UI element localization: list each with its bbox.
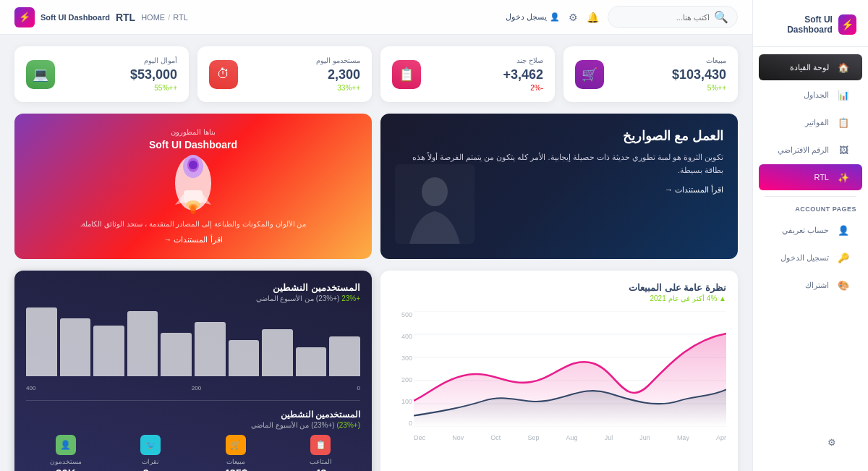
- sidebar-item-profile[interactable]: 👤 حساب تعريفي: [759, 217, 862, 243]
- bar-4: [195, 322, 226, 376]
- bottom-stat-value-1: 435$: [196, 467, 276, 471]
- bar-item-5: [161, 333, 192, 376]
- sidebar-item-dashboard[interactable]: 🏠 لوحة القيادة: [759, 54, 862, 80]
- bottom-stat-value-0: 43: [281, 467, 361, 471]
- x-axis-label: Sep: [527, 434, 539, 441]
- settings-item[interactable]: ⚙: [770, 429, 851, 455]
- sales-chart-title: نظرة عامة على المبيعات: [392, 282, 726, 293]
- bar-item-1: [296, 347, 327, 376]
- nav-label-signin: تسجيل الدخول: [780, 253, 829, 263]
- y-axis-label: 200: [392, 376, 412, 383]
- main-content: 🔍 🔔 ⚙ 👤 يسجل دخول RTL / HOME RTL Soft UI…: [0, 0, 752, 471]
- user-icon: 👤: [550, 12, 560, 22]
- bar-0: [329, 336, 360, 376]
- stat-change-2: ++33%: [316, 84, 360, 92]
- x-axis-label: Oct: [490, 434, 501, 441]
- sidebar-item-billing[interactable]: 📋 الفواتير: [759, 109, 862, 135]
- search-icon: 🔍: [714, 10, 728, 24]
- nav-label-virtual: الرقم الافتراضي: [778, 145, 829, 155]
- bar-9: [26, 307, 57, 376]
- nav-icon-billing: 📋: [836, 115, 851, 130]
- bar-7: [93, 326, 124, 376]
- x-axis-label: Apr: [716, 434, 726, 441]
- bottom-stat-value-2: 2m: [111, 467, 191, 471]
- bottom-stat-1: 🛒 مبيعات 435$: [196, 435, 276, 471]
- nav-icon-signin: 🔑: [836, 250, 851, 265]
- search-box[interactable]: 🔍: [608, 6, 738, 28]
- bottom-stat-2: 🐦 نقرات 2m: [111, 435, 191, 471]
- stat-card-3: أموال اليوم $53,000 ++55% 💻: [14, 46, 189, 102]
- bottom-stat-0: 📋 المتاعب 43: [281, 435, 361, 471]
- x-axis-label: Aug: [566, 434, 578, 441]
- y-axis-label: 300: [392, 355, 412, 362]
- bottom-stat-value-3: 36K: [26, 467, 106, 471]
- line-chart-svg: [414, 311, 726, 427]
- nav-label-billing: الفواتير: [805, 118, 829, 127]
- header: 🔍 🔔 ⚙ 👤 يسجل دخول RTL / HOME RTL Soft UI…: [0, 0, 752, 35]
- stat-card-0: مبيعات $103,430 ++5% 🛒: [563, 46, 738, 102]
- notification-icon[interactable]: 🔔: [587, 12, 599, 23]
- stat-value-2: 2,300: [316, 67, 360, 82]
- active-users-title: المستخدمين النشطين: [26, 282, 360, 293]
- search-input[interactable]: [617, 13, 710, 22]
- bar-3: [229, 340, 260, 376]
- stat-info-3: أموال اليوم $53,000 ++55%: [130, 56, 177, 92]
- stat-value-3: $53,000: [130, 67, 177, 82]
- nav-label-profile: حساب تعريفي: [782, 226, 829, 235]
- nav-divider: [765, 196, 856, 197]
- bottom-stat-label-0: المتاعب: [281, 458, 361, 465]
- bottom-stat-3: 👤 مستخدمون 36K: [26, 435, 106, 471]
- sidebar-item-tables[interactable]: 📊 الجداول: [759, 82, 862, 108]
- y-axis-label: 0: [392, 420, 412, 427]
- nav-icon-tables: 📊: [836, 88, 851, 102]
- bar-chart-area: [26, 311, 360, 376]
- stat-icon-0: 🛒: [575, 60, 604, 89]
- sidebar-item-virtual[interactable]: 🖼 الرقم الافتراضي: [759, 137, 862, 163]
- bar-item-3: [229, 340, 260, 376]
- stat-value-0: $103,430: [672, 67, 726, 82]
- sidebar-item-rtl[interactable]: ✨ RTL: [759, 164, 862, 190]
- sales-chart-subtitle: ▲ 4% أكثر في عام 2021: [392, 294, 726, 302]
- login-button[interactable]: 👤 يسجل دخول: [506, 12, 560, 22]
- stat-label-2: مستخدمو اليوم: [316, 56, 360, 64]
- bottom-stat-icon-3: 👤: [56, 435, 76, 455]
- rocket-icon: [168, 150, 218, 216]
- stats-row: مبيعات $103,430 ++5% 🛒 صلاح جند 3,462+ -…: [14, 46, 738, 102]
- x-axis-label: Dec: [414, 434, 425, 441]
- product-desc: من الألوان والمكونات والطباعة إلى المصاد…: [80, 218, 307, 229]
- bar-2: [262, 329, 293, 376]
- sales-chart-header: نظرة عامة على المبيعات ▲ 4% أكثر في عام …: [392, 282, 726, 302]
- bar-item-7: [93, 326, 124, 376]
- svg-point-5: [189, 161, 197, 169]
- promo-dark-title: العمل مع الصواريخ: [395, 128, 723, 144]
- sales-line-chart: 5004003002001000: [392, 311, 726, 441]
- active-users-bottom-title: المستخدمين النشطين (+23%) (+23%) من الأس…: [251, 410, 360, 429]
- stat-change-1: -2%: [503, 84, 543, 92]
- svg-point-9: [190, 205, 196, 214]
- bottom-stat-icon-0: 📋: [310, 435, 331, 455]
- promo-gradient-card: بناها المطورون Soft UI Dashboard: [14, 114, 372, 259]
- stat-icon-2: ⏱: [209, 60, 238, 89]
- nav-label-dashboard: لوحة القيادة: [790, 63, 829, 72]
- stat-label-3: أموال اليوم: [130, 56, 177, 64]
- settings-icon[interactable]: ⚙: [569, 12, 578, 23]
- stat-info-2: مستخدمو اليوم 2,300 ++33%: [316, 56, 360, 92]
- y-axis-label: 500: [392, 311, 412, 318]
- page-title: RTL: [116, 12, 135, 23]
- header-brand-icon: ⚡: [14, 7, 35, 27]
- active-stats-header: المستخدمين النشطين (+23%) (+23%) من الأس…: [26, 410, 360, 429]
- product-link[interactable]: اقرأ المستندات →: [163, 235, 222, 245]
- bar-item-9: [26, 307, 57, 376]
- sidebar-brand[interactable]: ⚡ Soft UI Dashboard: [753, 9, 868, 47]
- sidebar-item-signin[interactable]: 🔑 تسجيل الدخول: [759, 245, 862, 271]
- bar-6: [127, 311, 158, 376]
- stat-card-2: مستخدمو اليوم 2,300 ++33% ⏱: [197, 46, 372, 102]
- bottom-stat-label-2: نقرات: [111, 458, 191, 465]
- x-axis: AprMayJunJulAugSepOctNovDec: [414, 434, 726, 441]
- bar-item-0: [329, 336, 360, 376]
- stat-value-1: 3,462+: [503, 67, 543, 82]
- sidebar-item-signup[interactable]: 🎨 اشتراك: [759, 272, 862, 298]
- bar-1: [296, 347, 327, 376]
- stat-label-1: صلاح جند: [503, 56, 543, 64]
- sidebar: ⚡ Soft UI Dashboard 🏠 لوحة القيادة📊 الجد…: [752, 0, 868, 471]
